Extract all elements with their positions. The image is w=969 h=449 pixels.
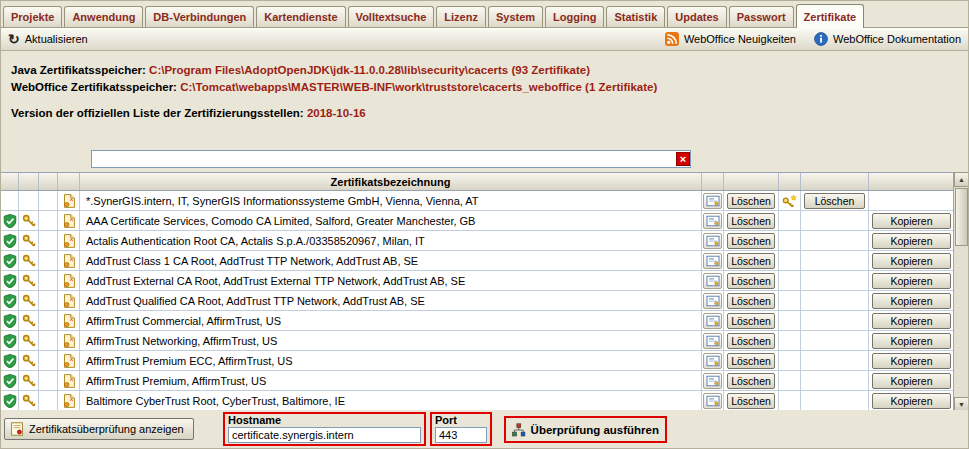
certificate-icon [58, 311, 80, 330]
certificate-details-button[interactable] [703, 393, 722, 409]
trusted-shield-icon [1, 331, 19, 350]
copy-button[interactable]: Kopieren [872, 233, 951, 249]
trusted-shield-icon [1, 391, 19, 410]
ca-list-version-label: Version der offiziellen Liste der Zertif… [11, 107, 304, 119]
table-row: AAA Certificate Services, Comodo CA Limi… [1, 211, 955, 231]
certificate-details-button[interactable] [703, 373, 722, 389]
certificate-filter-input[interactable] [91, 150, 691, 168]
tab-passwort[interactable]: Passwort [729, 6, 794, 27]
delete-button[interactable]: Löschen [727, 293, 775, 309]
certificate-details-button[interactable] [703, 273, 722, 289]
copy-button[interactable]: Kopieren [872, 273, 951, 289]
copy-button[interactable]: Kopieren [872, 333, 951, 349]
weboffice-store-value: C:\Tomcat\webapps\MASTER\WEB-INF\work\tr… [180, 81, 657, 93]
tab-lizenz[interactable]: Lizenz [436, 6, 486, 27]
show-certificate-check-button[interactable]: Zertifikatsüberprüfung anzeigen [4, 418, 194, 440]
certificate-check-panel: Zertifikatsüberprüfung anzeigen Hostname… [1, 410, 968, 448]
delete-button[interactable]: Löschen [727, 393, 775, 409]
delete-button[interactable]: Löschen [727, 313, 775, 329]
certificate-icon [58, 351, 80, 370]
certificate-details-button[interactable] [703, 353, 722, 369]
delete-button[interactable]: Löschen [727, 233, 775, 249]
certificate-icon [58, 331, 80, 350]
run-check-icon [512, 423, 526, 437]
certificate-store-info: Java Zertifikatsspeicher: C:\Program Fil… [11, 62, 657, 122]
certificate-details-button[interactable] [703, 213, 722, 229]
vertical-scrollbar[interactable]: ▲ ▼ [953, 172, 968, 412]
run-check-button[interactable]: Überprüfung ausführen [504, 416, 667, 443]
copy-button[interactable]: Kopieren [872, 213, 951, 229]
copy-button[interactable]: Kopieren [872, 393, 951, 409]
certificate-details-button[interactable] [703, 253, 722, 269]
certificate-icon [58, 231, 80, 250]
certificate-name: Baltimore CyberTrust Root, CyberTrust, B… [80, 391, 702, 410]
delete-button[interactable]: Löschen [727, 273, 775, 289]
table-row: AffirmTrust Premium, AffirmTrust, US Lös… [1, 371, 955, 391]
certificate-details-button[interactable] [703, 233, 722, 249]
tab-anwendung[interactable]: Anwendung [64, 6, 143, 27]
certificate-name: AAA Certificate Services, Comodo CA Limi… [80, 211, 702, 230]
tab-zertifikate[interactable]: Zertifikate [796, 4, 865, 28]
weboffice-certificates-page: Projekte Anwendung DB-Verbindungen Karte… [0, 0, 969, 449]
certificate-name: AddTrust External CA Root, AddTrust Exte… [80, 271, 702, 290]
tab-logging[interactable]: Logging [545, 6, 604, 27]
delete-button[interactable]: Löschen [727, 333, 775, 349]
delete-key-button[interactable]: Löschen [804, 193, 865, 209]
trusted-shield-icon [1, 311, 19, 330]
certificate-icon [58, 251, 80, 270]
copy-button[interactable]: Kopieren [872, 293, 951, 309]
key-icon [19, 211, 39, 230]
table-row: Actalis Authentication Root CA, Actalis … [1, 231, 955, 251]
run-check-label: Überprüfung ausführen [531, 424, 659, 436]
key-icon [19, 291, 39, 310]
weboffice-store-label: WebOffice Zertifikatsspeicher: [11, 81, 177, 93]
news-label: WebOffice Neuigkeiten [684, 33, 796, 45]
certificate-details-button[interactable] [703, 293, 722, 309]
toolbar: ↻ Aktualisieren WebOffice Neuigkeiten We… [1, 28, 968, 51]
table-row: AffirmTrust Premium ECC, AffirmTrust, US… [1, 351, 955, 371]
certificate-details-button[interactable] [703, 193, 722, 209]
info-icon [814, 32, 828, 46]
table-row: AddTrust External CA Root, AddTrust Exte… [1, 271, 955, 291]
trusted-shield-icon [1, 291, 19, 310]
tab-updates[interactable]: Updates [667, 6, 726, 27]
tab-statistik[interactable]: Statistik [606, 6, 665, 27]
tab-kartendienste[interactable]: Kartendienste [256, 6, 345, 27]
certificate-details-button[interactable] [703, 313, 722, 329]
key-icon [19, 311, 39, 330]
tab-db-verbindungen[interactable]: DB-Verbindungen [145, 6, 254, 27]
scroll-up-icon[interactable]: ▲ [954, 172, 969, 187]
tab-system[interactable]: System [488, 6, 543, 27]
weboffice-store-line: WebOffice Zertifikatsspeicher: C:\Tomcat… [11, 79, 657, 96]
copy-button[interactable]: Kopieren [872, 353, 951, 369]
certificate-name: Actalis Authentication Root CA, Actalis … [80, 231, 702, 250]
java-store-value: C:\Program Files\AdoptOpenJDK\jdk-11.0.0… [149, 64, 590, 76]
scrollbar-thumb[interactable] [955, 188, 968, 246]
rss-icon [665, 32, 679, 46]
weboffice-documentation-link[interactable]: WebOffice Dokumentation [814, 32, 961, 46]
certificate-name: AddTrust Class 1 CA Root, AddTrust TTP N… [80, 251, 702, 270]
key-icon [19, 391, 39, 410]
clear-filter-icon[interactable]: × [676, 152, 690, 166]
hostname-highlight-box: Hostname [223, 412, 426, 446]
certificate-icon [58, 291, 80, 310]
certificate-details-button[interactable] [703, 333, 722, 349]
tab-volltextsuche[interactable]: Volltextsuche [348, 6, 435, 27]
delete-button[interactable]: Löschen [727, 353, 775, 369]
copy-button[interactable]: Kopieren [872, 373, 951, 389]
trusted-shield-icon [1, 251, 19, 270]
delete-button[interactable]: Löschen [727, 373, 775, 389]
table-row: *.SynerGIS.intern, IT, SynerGIS Informat… [1, 191, 955, 211]
delete-button[interactable]: Löschen [727, 253, 775, 269]
certificate-name: *.SynerGIS.intern, IT, SynerGIS Informat… [80, 191, 702, 210]
tab-projekte[interactable]: Projekte [3, 6, 62, 27]
copy-button[interactable]: Kopieren [872, 313, 951, 329]
port-input[interactable] [435, 427, 487, 443]
table-row: AffirmTrust Commercial, AffirmTrust, US … [1, 311, 955, 331]
copy-button[interactable]: Kopieren [872, 253, 951, 269]
refresh-button[interactable]: ↻ Aktualisieren [8, 32, 88, 46]
hostname-input[interactable] [228, 427, 421, 443]
delete-button[interactable]: Löschen [727, 193, 775, 209]
delete-button[interactable]: Löschen [727, 213, 775, 229]
weboffice-news-link[interactable]: WebOffice Neuigkeiten [665, 32, 796, 46]
